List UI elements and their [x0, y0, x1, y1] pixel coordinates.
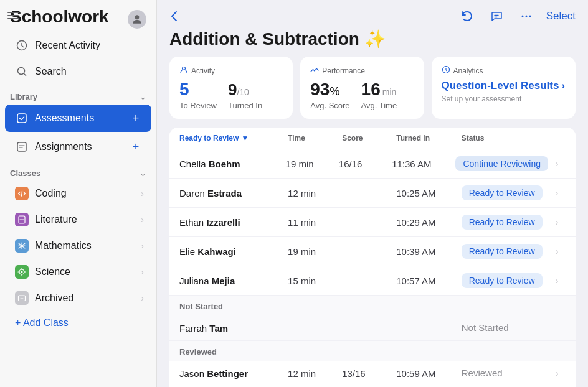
sidebar-toggle-icon[interactable]: [6, 9, 20, 25]
analytics-card: Analytics Question-Level Results › Set u…: [432, 57, 576, 119]
sidebar-item-recent-activity[interactable]: Recent Activity: [5, 33, 151, 58]
col-header-time: Time: [288, 134, 342, 142]
reviewed-label: Reviewed: [179, 347, 217, 357]
performance-card-label: Performance: [310, 65, 414, 76]
sidebar-item-assessments[interactable]: Assessments +: [5, 105, 151, 132]
score-cell: 13/16: [342, 368, 396, 379]
table-row[interactable]: Chella Boehm 19 min 16/16 11:36 AM Conti…: [169, 149, 576, 179]
archived-label: Archived: [35, 292, 135, 304]
avatar[interactable]: [128, 10, 146, 29]
svg-point-12: [521, 16, 523, 17]
activity-icon: [179, 65, 188, 76]
svg-rect-3: [7, 18, 19, 19]
row-chevron-icon: ›: [548, 368, 566, 378]
svg-point-10: [21, 271, 23, 273]
student-name: Chella Boehm: [179, 159, 286, 169]
sidebar-item-coding[interactable]: Coding ›: [5, 181, 151, 206]
status-badge: Ready to Review: [462, 273, 543, 288]
add-assignment-button[interactable]: +: [128, 139, 144, 155]
topbar-left: [164, 6, 184, 26]
not-started-section-header: Not Started: [169, 296, 576, 315]
col-header-turned-in: Turned In: [396, 134, 461, 142]
student-name: Farrah Tam: [179, 323, 288, 333]
performance-stats: 93% Avg. Score 16min Avg. Time: [310, 80, 414, 110]
assessments-label: Assessments: [35, 113, 121, 124]
table-row[interactable]: Jason Bettinger 12 min 13/16 10:59 AM Re…: [169, 361, 576, 386]
row-chevron-icon: ›: [548, 276, 566, 286]
score-cell: 16/16: [339, 159, 392, 169]
science-icon: [15, 265, 29, 279]
question-level-results-link[interactable]: Question-Level Results ›: [442, 80, 566, 92]
table-row[interactable]: Ethan Izzarelli 11 min 10:29 AM Ready to…: [169, 208, 576, 237]
speech-bubble-button[interactable]: [486, 6, 506, 26]
topbar: Select: [157, 0, 588, 26]
table-header-row: Ready to Review ▼ Time Score Turned In S…: [169, 128, 576, 149]
science-label: Science: [35, 266, 135, 277]
add-class-label: + Add Class: [15, 317, 69, 329]
svg-rect-2: [7, 15, 19, 16]
add-assessment-button[interactable]: +: [128, 110, 144, 126]
more-button[interactable]: [516, 6, 536, 26]
status-badge: Continue Reviewing: [455, 156, 548, 171]
status-cell: Reviewed: [462, 368, 548, 379]
student-name: Jason Bettinger: [179, 368, 288, 379]
literature-icon: [15, 213, 29, 226]
status-badge: Ready to Review: [462, 244, 543, 259]
recent-activity-label: Recent Activity: [35, 40, 100, 51]
time-cell: 12 min: [288, 188, 342, 198]
col-header-score: Score: [342, 134, 396, 142]
time-cell: 12 min: [288, 368, 342, 379]
add-class-button[interactable]: + Add Class: [5, 312, 151, 334]
svg-point-13: [525, 16, 527, 17]
app-title: Schoolwork: [10, 7, 109, 27]
turned-in-cell: 10:57 AM: [396, 276, 461, 286]
col-header-name[interactable]: Ready to Review ▼: [179, 134, 288, 142]
archived-icon: [15, 291, 29, 305]
time-cell: 19 min: [286, 159, 339, 169]
back-button[interactable]: [164, 6, 184, 26]
sidebar-item-mathematics[interactable]: Mathematics ›: [5, 233, 151, 258]
performance-card: Performance 93% Avg. Score 16min Avg. Ti…: [300, 57, 424, 119]
row-chevron-icon: ›: [548, 159, 566, 169]
sidebar-header: Schoolwork: [0, 0, 156, 32]
turned-in-cell: 10:39 AM: [396, 246, 461, 257]
analytics-clock-icon: [442, 65, 450, 76]
reviewed-status: Reviewed: [462, 368, 503, 378]
sidebar-item-search[interactable]: Search: [5, 59, 151, 84]
library-section-title: Library: [10, 92, 37, 101]
status-cell: Ready to Review: [462, 244, 548, 259]
literature-label: Literature: [35, 214, 135, 225]
svg-rect-7: [17, 142, 26, 151]
stats-cards-row: Activity 5 To Review 9/10 Turned In: [157, 57, 588, 128]
turned-in-cell: 10:59 AM: [396, 368, 461, 379]
main-content: Select Addition & Subtraction ✨ Activity…: [157, 0, 588, 387]
sidebar-item-archived[interactable]: Archived ›: [5, 286, 151, 310]
svg-rect-11: [19, 296, 26, 301]
col-header-status: Status: [462, 134, 548, 142]
undo-button[interactable]: [457, 6, 477, 26]
turned-in-stat: 9/10 Turned In: [228, 80, 262, 110]
status-badge: Ready to Review: [462, 185, 543, 200]
table-row[interactable]: Elie Kahwagi 19 min 10:39 AM Ready to Re…: [169, 237, 576, 266]
reviewed-section-header: Reviewed: [169, 341, 576, 361]
row-chevron-icon: ›: [548, 217, 566, 227]
analytics-card-label: Analytics: [442, 65, 566, 76]
svg-rect-1: [7, 12, 19, 13]
select-button[interactable]: Select: [546, 10, 576, 22]
classes-section-title: Classes: [10, 169, 40, 178]
sidebar-item-science[interactable]: Science ›: [5, 259, 151, 284]
table-row[interactable]: Daren Estrada 12 min 10:25 AM Ready to R…: [169, 179, 576, 208]
turned-in-cell: 10:25 AM: [396, 188, 461, 198]
sidebar-item-literature[interactable]: Literature ›: [5, 207, 151, 232]
table-row[interactable]: Juliana Mejia 15 min 10:57 AM Ready to R…: [169, 266, 576, 296]
sidebar: Schoolwork Recent Activity Search Librar…: [0, 0, 157, 387]
library-chevron-icon: ⌄: [140, 92, 146, 101]
time-cell: 19 min: [288, 246, 342, 257]
topbar-right: Select: [457, 6, 576, 26]
table-row[interactable]: Farrah Tam Not Started: [169, 315, 576, 341]
avg-score-stat: 93% Avg. Score: [310, 80, 349, 110]
status-badge: Ready to Review: [462, 215, 543, 230]
performance-icon: [310, 65, 319, 76]
activity-card: Activity 5 To Review 9/10 Turned In: [169, 57, 293, 119]
sidebar-item-assignments[interactable]: Assignments +: [5, 133, 151, 161]
